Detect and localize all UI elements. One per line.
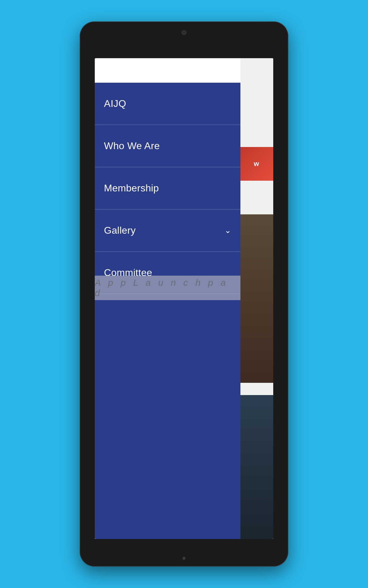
tablet-device: w AIJQ Who We Are Membership Gallery ⌄ [80, 21, 288, 567]
nav-item-aijq[interactable]: AIJQ [95, 83, 240, 125]
right-content-dark-block [240, 214, 273, 383]
tablet-home-button [182, 557, 186, 560]
nav-item-aijq-label: AIJQ [104, 98, 126, 109]
tablet-screen: w AIJQ Who We Are Membership Gallery ⌄ [95, 58, 273, 539]
watermark-bar: A p p L a u n c h p a d [95, 276, 240, 300]
nav-header-bar [95, 58, 240, 83]
tablet-camera [182, 30, 186, 35]
nav-item-gallery[interactable]: Gallery ⌄ [95, 209, 240, 252]
watermark-text: A p p L a u n c h p a d [95, 277, 240, 298]
nav-item-who-we-are[interactable]: Who We Are [95, 125, 240, 167]
right-content-label: w [254, 160, 259, 168]
nav-item-who-we-are-label: Who We Are [104, 140, 160, 152]
nav-item-membership[interactable]: Membership [95, 167, 240, 209]
right-content-red-block: w [240, 147, 273, 181]
right-content-darker-block [240, 395, 273, 539]
chevron-down-icon: ⌄ [224, 226, 231, 235]
nav-item-gallery-label: Gallery [104, 225, 136, 236]
nav-item-membership-label: Membership [104, 183, 159, 194]
right-side-content: w [240, 58, 273, 539]
